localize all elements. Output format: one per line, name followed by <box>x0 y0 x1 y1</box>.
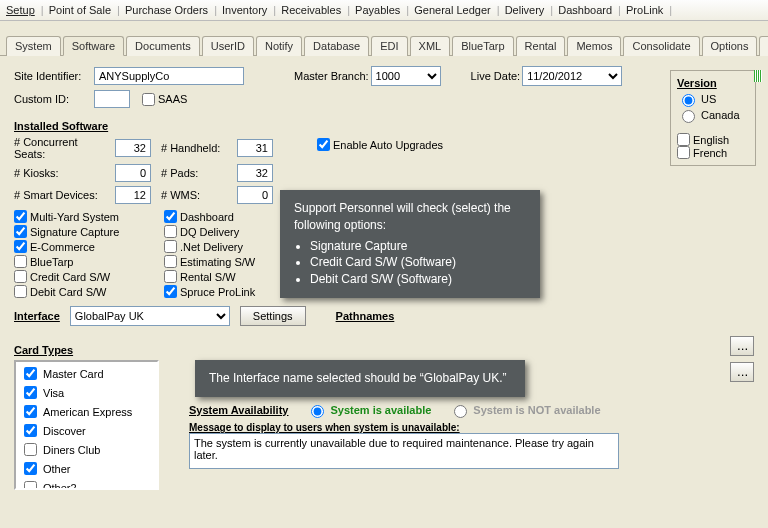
card-discover[interactable] <box>24 424 37 437</box>
settings-button[interactable]: Settings <box>240 306 306 326</box>
cb-estimating[interactable] <box>164 255 177 268</box>
card-amex[interactable] <box>24 405 37 418</box>
kiosks-input[interactable] <box>115 164 151 182</box>
card-mastercard[interactable] <box>24 367 37 380</box>
smart-label: # Smart Devices: <box>14 189 109 201</box>
live-date-select[interactable]: 11/20/2012 <box>522 66 622 86</box>
menu-receivables[interactable]: Receivables <box>281 4 341 16</box>
enable-auto-checkbox[interactable] <box>317 138 330 151</box>
msg-head: Message to display to users when system … <box>189 422 754 433</box>
cb-netdelivery[interactable] <box>164 240 177 253</box>
callout-interface: The Interface name selected should be “G… <box>195 360 525 397</box>
menu-po[interactable]: Purchase Orders <box>125 4 208 16</box>
card-types-head: Card Types <box>14 344 73 356</box>
cb-french[interactable] <box>677 146 690 159</box>
tab-bar: System Software Documents UserID Notify … <box>0 21 768 56</box>
saas-label: SAAS <box>158 93 187 105</box>
master-branch-select[interactable]: 1000 <box>371 66 441 86</box>
saas-checkbox[interactable] <box>142 93 155 106</box>
cb-rental[interactable] <box>164 270 177 283</box>
menu-setup[interactable]: Setup <box>6 4 35 16</box>
interface-label: Interface <box>14 310 60 322</box>
pathnames-head: Pathnames <box>336 310 395 322</box>
kiosks-label: # Kiosks: <box>14 167 109 179</box>
handheld-label: # Handheld: <box>161 142 231 154</box>
interface-select[interactable]: GlobalPay UK <box>70 306 230 326</box>
tab-smtp[interactable]: SMTP <box>759 36 768 56</box>
conc-seats-input[interactable] <box>115 139 151 157</box>
cb-dqdelivery[interactable] <box>164 225 177 238</box>
handheld-input[interactable] <box>237 139 273 157</box>
tab-options[interactable]: Options <box>702 36 758 56</box>
tab-userid[interactable]: UserID <box>202 36 254 56</box>
tab-database[interactable]: Database <box>304 36 369 56</box>
menu-prolink[interactable]: ProLink <box>626 4 663 16</box>
menu-pos[interactable]: Point of Sale <box>49 4 111 16</box>
radio-us[interactable] <box>682 94 695 107</box>
wms-label: # WMS: <box>161 189 231 201</box>
path-browse-1[interactable]: ... <box>730 336 754 356</box>
card-diners[interactable] <box>24 443 37 456</box>
installed-software-head: Installed Software <box>14 120 108 132</box>
card-types-list[interactable]: Master Card Visa American Express Discov… <box>14 360 159 490</box>
tab-documents[interactable]: Documents <box>126 36 200 56</box>
radio-canada[interactable] <box>682 110 695 123</box>
version-head: Version <box>677 77 749 89</box>
cb-signature[interactable] <box>14 225 27 238</box>
menu-dashboard[interactable]: Dashboard <box>558 4 612 16</box>
cb-debitcard[interactable] <box>14 285 27 298</box>
radio-notavail[interactable] <box>454 405 467 418</box>
tab-edi[interactable]: EDI <box>371 36 407 56</box>
green-indicator-icon <box>754 70 762 82</box>
menubar: Setup| Point of Sale| Purchase Orders| I… <box>0 0 768 21</box>
menu-inventory[interactable]: Inventory <box>222 4 267 16</box>
cb-multiyard[interactable] <box>14 210 27 223</box>
tab-notify[interactable]: Notify <box>256 36 302 56</box>
tab-consolidate[interactable]: Consolidate <box>623 36 699 56</box>
tab-bluetarp[interactable]: BlueTarp <box>452 36 513 56</box>
wms-input[interactable] <box>237 186 273 204</box>
conc-seats-label: # Concurrent Seats: <box>14 136 109 160</box>
cb-creditcard[interactable] <box>14 270 27 283</box>
radio-avail[interactable] <box>311 405 324 418</box>
cb-bluetarp[interactable] <box>14 255 27 268</box>
sys-avail-head: System Availability <box>189 404 288 416</box>
live-date-label: Live Date: <box>471 70 521 82</box>
pads-input[interactable] <box>237 164 273 182</box>
cb-english[interactable] <box>677 133 690 146</box>
version-box: Version US Canada English French <box>670 70 756 166</box>
custom-id-input[interactable] <box>94 90 130 108</box>
cb-ecommerce[interactable] <box>14 240 27 253</box>
card-other2[interactable] <box>24 481 37 490</box>
cb-dashboard[interactable] <box>164 210 177 223</box>
seats-grid: # Concurrent Seats: # Handheld: # Kiosks… <box>14 136 277 204</box>
site-id-input[interactable] <box>94 67 244 85</box>
master-branch-label: Master Branch: <box>294 70 369 82</box>
pads-label: # Pads: <box>161 167 231 179</box>
card-visa[interactable] <box>24 386 37 399</box>
enable-auto-label: Enable Auto Upgrades <box>333 139 443 151</box>
custom-id-label: Custom ID: <box>14 93 94 105</box>
path-browse-2[interactable]: ... <box>730 362 754 382</box>
site-id-label: Site Identifier: <box>14 70 94 82</box>
menu-delivery[interactable]: Delivery <box>505 4 545 16</box>
card-other[interactable] <box>24 462 37 475</box>
tab-system[interactable]: System <box>6 36 61 56</box>
menu-gl[interactable]: General Ledger <box>414 4 490 16</box>
callout-options: Support Personnel will check (select) th… <box>280 190 540 298</box>
menu-payables[interactable]: Payables <box>355 4 400 16</box>
unavailable-message[interactable]: The system is currently unavailable due … <box>189 433 619 469</box>
tab-memos[interactable]: Memos <box>567 36 621 56</box>
cb-spruce[interactable] <box>164 285 177 298</box>
tab-xml[interactable]: XML <box>410 36 451 56</box>
tab-rental[interactable]: Rental <box>516 36 566 56</box>
smart-input[interactable] <box>115 186 151 204</box>
tab-software[interactable]: Software <box>63 36 124 56</box>
